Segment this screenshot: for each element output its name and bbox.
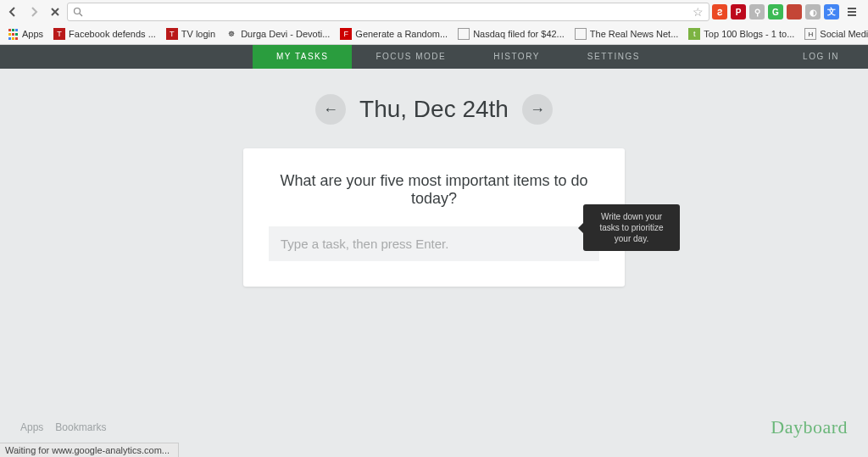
bookmark-item[interactable]: Nasdaq filed for $42...	[454, 26, 568, 42]
bookmark-item[interactable]: HSocial Media News ...	[801, 26, 868, 42]
tab-settings[interactable]: SETTINGS	[564, 45, 664, 69]
apps-icon	[7, 28, 19, 40]
tooltip: Write down your tasks to prioritize your…	[583, 204, 680, 251]
app-nav: MY TASKS FOCUS MODE HISTORY SETTINGS LOG…	[0, 45, 868, 69]
date-label: Thu, Dec 24th	[359, 96, 509, 123]
pinterest-icon[interactable]: P	[731, 4, 746, 20]
extensions-row: Ƨ P ⚲ G ◐ 文	[712, 3, 865, 21]
bookmark-bar: Apps TFacebook defends ... TTV login ☸Du…	[0, 24, 868, 44]
address-bar[interactable]: ☆	[67, 3, 709, 21]
apps-label: Apps	[22, 29, 43, 39]
forward-button[interactable]	[25, 3, 43, 21]
svg-point-0	[75, 8, 81, 14]
extension-icon[interactable]	[787, 4, 802, 20]
tab-history[interactable]: HISTORY	[470, 45, 564, 69]
tab-focus-mode[interactable]: FOCUS MODE	[352, 45, 470, 69]
favicon: H	[804, 28, 816, 40]
brand-logo: Dayboard	[771, 416, 848, 438]
bookmark-label: Facebook defends ...	[69, 29, 156, 39]
bookmark-label: Social Media News ...	[820, 29, 868, 39]
favicon: t	[688, 28, 700, 40]
star-icon[interactable]: ☆	[693, 5, 704, 19]
stumbleupon-icon[interactable]: Ƨ	[712, 4, 727, 20]
bookmark-label: Durga Devi - Devoti...	[241, 29, 330, 39]
bookmark-label: Top 100 Blogs - 1 to...	[704, 29, 794, 39]
bookmark-label: The Real News Net...	[590, 29, 679, 39]
bookmark-item[interactable]: tTop 100 Blogs - 1 to...	[685, 26, 798, 42]
menu-button[interactable]	[843, 3, 861, 21]
content-area: ← Thu, Dec 24th → What are your five mos…	[0, 94, 868, 287]
page-icon	[458, 28, 470, 40]
page-icon	[575, 28, 587, 40]
grammarly-icon[interactable]: G	[768, 4, 783, 20]
search-icon	[73, 7, 83, 17]
bookmark-label: Generate a Random...	[355, 29, 448, 39]
bookmark-item[interactable]: TTV login	[163, 26, 219, 42]
tab-my-tasks[interactable]: MY TASKS	[253, 45, 352, 69]
next-day-button[interactable]: →	[522, 94, 553, 125]
bookmark-label: TV login	[181, 29, 215, 39]
browser-chrome: ☆ Ƨ P ⚲ G ◐ 文 Apps TFacebook defends ...…	[0, 0, 868, 45]
date-navigator: ← Thu, Dec 24th →	[0, 94, 868, 125]
footer-links: Apps Bookmarks	[20, 421, 106, 433]
footer-bookmarks-link[interactable]: Bookmarks	[55, 421, 106, 433]
extension-icon[interactable]: ◐	[805, 4, 821, 20]
status-bar: Waiting for www.google-analytics.com...	[0, 443, 179, 457]
bookmark-item[interactable]: TFacebook defends ...	[50, 26, 159, 42]
translate-icon[interactable]: 文	[824, 4, 839, 20]
task-card: What are your five most important items …	[243, 148, 625, 287]
bookmark-label: Nasdaq filed for $42...	[473, 29, 565, 39]
back-button[interactable]	[3, 3, 22, 21]
bookmark-item[interactable]: FGenerate a Random...	[337, 26, 451, 42]
card-title: What are your five most important items …	[269, 172, 599, 208]
login-link[interactable]: LOG IN	[803, 45, 839, 69]
stop-button[interactable]	[46, 3, 64, 21]
browser-toolbar: ☆ Ƨ P ⚲ G ◐ 文	[0, 0, 868, 24]
favicon: T	[53, 28, 65, 40]
extension-icon[interactable]: ⚲	[749, 4, 765, 20]
favicon: F	[340, 28, 352, 40]
apps-shortcut[interactable]: Apps	[3, 26, 47, 42]
footer-apps-link[interactable]: Apps	[20, 421, 43, 433]
favicon: ☸	[225, 28, 237, 40]
prev-day-button[interactable]: ←	[315, 94, 346, 125]
favicon: T	[166, 28, 178, 40]
task-input[interactable]	[269, 226, 599, 261]
bookmark-item[interactable]: The Real News Net...	[571, 26, 682, 42]
bookmark-item[interactable]: ☸Durga Devi - Devoti...	[222, 26, 333, 42]
